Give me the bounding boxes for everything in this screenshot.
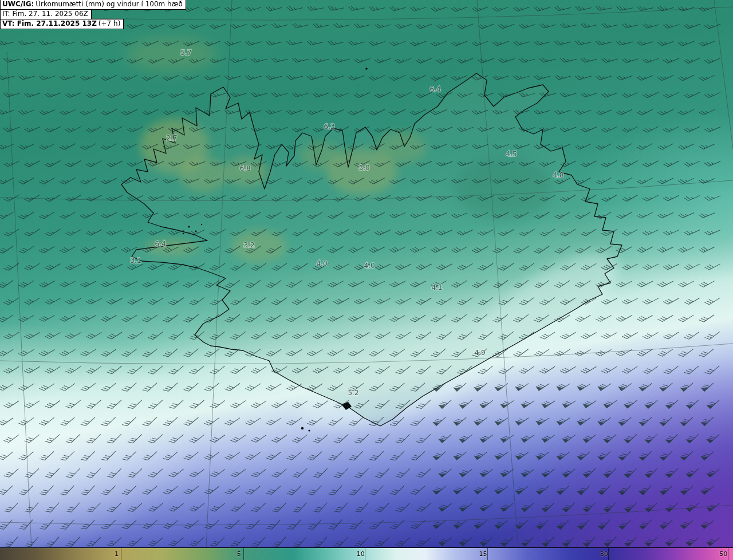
wind-barb [539,20,555,29]
colorbar-tick-mark [728,548,728,560]
wind-barb [251,500,266,514]
wind-barb [101,243,117,254]
wind-barb [107,500,121,514]
wind-barb [169,431,184,445]
wind-barb [616,208,632,220]
wind-barb [699,208,715,219]
wind-barb [45,191,60,203]
precip-value-label: 3.1 [130,257,141,265]
wind-barb [101,448,116,463]
wind-barb [349,482,362,496]
wind-barb [0,174,14,186]
wind-barb [272,466,287,479]
wind-barb [596,72,612,81]
precip-value-label: 2.7 [166,134,177,142]
wind-barb [584,534,595,546]
wind-barb [60,72,76,81]
wind-barb [707,534,719,546]
wind-barb [334,431,348,445]
wind-barb [536,380,549,391]
wind-barb [515,380,529,391]
wind-barb [411,517,425,531]
wind-barb [622,329,637,340]
wind-barb [604,466,616,478]
wind-barb [663,260,679,271]
wind-barb [704,19,720,29]
wind-barb [190,534,204,547]
wind-barb [328,72,344,81]
wind-barb [266,72,282,80]
wind-barb [354,534,368,547]
wind-barb [148,397,163,411]
wind-barb [127,123,143,133]
wind-barb [266,448,281,462]
wind-barb [639,380,652,391]
wind-barb [127,294,143,306]
wind-barb [80,345,96,357]
wind-barb [699,71,715,82]
wind-barb [169,328,184,341]
wind-barb [4,466,18,479]
wind-barb [163,105,179,116]
wind-barb [204,448,219,462]
wind-barb [225,483,240,496]
wind-barb [163,483,178,496]
wind-barb [204,380,219,393]
wind-barb [702,414,714,426]
wind-barb [643,362,658,375]
wind-barb [521,500,534,512]
wind-barb [459,500,472,511]
wind-barb [286,72,302,80]
wind-barb [40,448,54,462]
wind-barb [66,431,80,445]
wind-barb [663,294,679,306]
wind-barb [501,500,513,511]
wind-barb [681,448,693,460]
wind-barb [80,71,96,81]
wind-barb [107,123,123,134]
wind-barb [18,380,34,392]
wind-barb [293,499,306,514]
wind-barb [80,37,96,46]
wind-barb [622,260,638,271]
wind-barb [537,517,549,530]
wind-barb [18,174,34,186]
wind-barb [472,3,488,13]
wind-barb [45,431,60,445]
wind-barb [0,208,13,220]
wind-barb [521,466,534,477]
wind-barb [333,88,349,98]
wind-barb [65,123,81,134]
wind-barb [663,328,679,340]
wind-barb [601,123,617,133]
wind-barb [454,448,466,460]
wind-barb [557,380,570,391]
wind-barb [354,466,368,480]
wind-barb [107,397,121,411]
wind-barb [454,483,466,494]
precip-value-label: 6.4 [429,85,440,93]
wind-barb [619,448,631,460]
wind-barb [616,311,632,323]
wind-barb [410,71,426,82]
wind-barb [18,140,34,151]
colorbar-tick-label: 30 [600,548,608,560]
wind-barb [624,397,637,408]
wind-barb [210,500,225,513]
wind-barb [107,88,123,99]
wind-barb [183,448,198,462]
wind-barb [596,173,611,186]
wind-barb [169,397,184,411]
wind-barb [45,123,61,133]
wind-barb [663,20,679,29]
wind-barb [369,105,385,116]
wind-barb [678,311,693,323]
wind-barb [127,88,143,99]
wind-barb [686,500,699,512]
wind-barb [478,20,494,30]
wind-barb [80,208,96,220]
wind-barb [704,191,720,202]
wind-barb [39,346,54,358]
wind-barb [142,105,158,116]
precip-value-label: 6.8 [239,164,250,172]
